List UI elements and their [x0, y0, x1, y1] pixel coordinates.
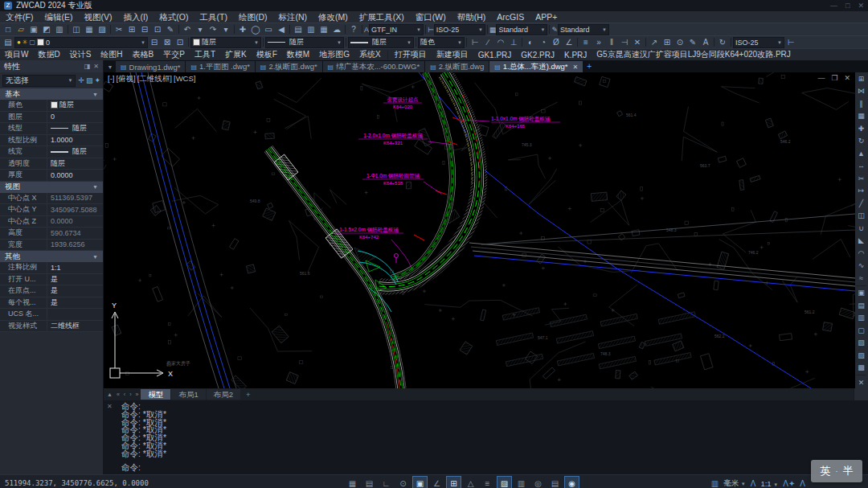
- layout-tab-2[interactable]: 布局2: [207, 389, 240, 400]
- otrack-toggle[interactable]: ∠: [429, 476, 444, 488]
- join-icon[interactable]: ∪: [855, 222, 867, 235]
- scale-icon[interactable]: ▲: [855, 147, 867, 160]
- doc-tab-1[interactable]: ▤1.平面图 .dwg*: [186, 61, 254, 72]
- redo-icon[interactable]: ↷: [207, 24, 219, 35]
- menu-item-6[interactable]: 绘图(D): [233, 11, 273, 23]
- make-object-layer-current-icon[interactable]: ⊟: [148, 37, 161, 47]
- tolerance-icon[interactable]: ⊞: [661, 37, 674, 47]
- open-folder-icon[interactable]: ▱: [14, 24, 27, 35]
- project-menu-7[interactable]: 扩展K: [220, 49, 252, 60]
- menu-item-12[interactable]: ArcGIS: [491, 11, 530, 23]
- project-item-4[interactable]: K.PRJ: [559, 51, 592, 59]
- copy-object-icon[interactable]: ⊞: [855, 72, 867, 85]
- trim-icon[interactable]: ✂: [855, 172, 867, 185]
- panel-pin-icon[interactable]: ◨: [84, 63, 91, 70]
- dim-style-manager-icon[interactable]: ⊢: [784, 37, 797, 47]
- rotate-icon[interactable]: ↻: [855, 135, 867, 148]
- panel-close-icon[interactable]: ✕: [93, 63, 99, 70]
- undo-arrow-icon[interactable]: ▾: [194, 24, 207, 35]
- ordinate-dim-icon[interactable]: ⊥: [507, 37, 520, 47]
- stretch-icon[interactable]: ↔: [855, 160, 867, 173]
- format-painter-icon[interactable]: ✎: [164, 24, 177, 35]
- project-menu-0[interactable]: 项目W: [0, 49, 33, 60]
- property-value[interactable]: 二维线框: [47, 321, 103, 332]
- snap-toggle[interactable]: ▤: [362, 476, 377, 488]
- lineweight-combo[interactable]: 随层▼: [348, 37, 414, 48]
- layer-states-icon[interactable]: ⊡: [174, 37, 186, 47]
- project-menu-4[interactable]: 表格B: [128, 49, 159, 60]
- menu-item-0[interactable]: 文件(F): [0, 11, 39, 23]
- property-value[interactable]: 3450967.5088: [47, 204, 103, 215]
- export-icon[interactable]: ▨: [96, 24, 108, 35]
- ducs-toggle[interactable]: △: [463, 476, 478, 488]
- project-menu-2[interactable]: 设计S: [65, 49, 96, 60]
- property-value[interactable]: 0.0000: [47, 216, 103, 228]
- project-item-0[interactable]: 打开项目: [390, 49, 432, 60]
- diameter-dim-icon[interactable]: Ø: [550, 37, 563, 47]
- pan-icon[interactable]: ✚: [236, 24, 249, 35]
- move-icon[interactable]: ✚: [855, 122, 867, 135]
- layer-off-icon[interactable]: ▢: [855, 324, 867, 337]
- dim-style-combo-2[interactable]: ISO-25▼: [733, 37, 784, 48]
- auto-annotation-icon[interactable]: Λ: [800, 479, 805, 488]
- transparency-toggle[interactable]: ▨: [497, 476, 512, 488]
- menu-item-5[interactable]: 工具(T): [194, 11, 233, 23]
- fillet-icon[interactable]: ◠: [855, 247, 867, 260]
- property-value[interactable]: 511369.5397: [47, 193, 103, 204]
- break-at-point-icon[interactable]: ╱: [855, 197, 867, 210]
- save-icon[interactable]: ▣: [27, 24, 40, 35]
- menu-item-13[interactable]: APP+: [530, 11, 563, 23]
- menu-item-1[interactable]: 编辑(E): [39, 11, 78, 23]
- property-value[interactable]: 随层: [47, 146, 103, 158]
- project-menu-10[interactable]: 地形图G: [314, 49, 354, 60]
- toggle-pickadd-icon[interactable]: ✛: [78, 76, 84, 84]
- project-menu-8[interactable]: 模板F: [252, 49, 282, 60]
- layout-tab-1[interactable]: 布局1: [171, 389, 205, 400]
- ortho-toggle[interactable]: ∟: [379, 476, 394, 488]
- design-center-icon[interactable]: ▥: [305, 24, 317, 35]
- paste-icon[interactable]: ⊟: [138, 24, 151, 35]
- property-value[interactable]: 1939.6256: [47, 240, 103, 251]
- layer-match-icon[interactable]: ▣: [855, 287, 867, 300]
- viewport-ucs-control[interactable]: [WCS]: [174, 74, 195, 84]
- window-close-button[interactable]: ✕: [858, 2, 864, 10]
- fold-command-icon[interactable]: ▲: [105, 392, 114, 397]
- selection-filter-combo[interactable]: 无选择▼: [2, 75, 76, 87]
- table-style-combo[interactable]: Standard▼: [496, 24, 547, 35]
- quick-properties-toggle[interactable]: ▥: [514, 476, 529, 488]
- menu-item-11[interactable]: 帮助(H): [452, 11, 492, 23]
- array-icon[interactable]: ▦: [855, 110, 867, 123]
- property-value[interactable]: 1.0000: [47, 135, 103, 146]
- spline-edit-icon[interactable]: ∿: [855, 260, 867, 273]
- project-menu-5[interactable]: 平交P: [158, 49, 190, 60]
- menu-item-10[interactable]: 窗口(W): [410, 11, 452, 23]
- viewport-view-control[interactable]: [俯视]: [116, 74, 135, 84]
- zoom-realtime-icon[interactable]: ◯: [249, 24, 262, 35]
- menu-item-3[interactable]: 插入(I): [117, 11, 154, 23]
- linear-dim-icon[interactable]: ⊢: [469, 37, 481, 47]
- layer-walk-icon[interactable]: ▩: [855, 362, 867, 375]
- baseline-dim-icon[interactable]: ≡: [579, 37, 592, 47]
- cloud-icon[interactable]: ☁: [330, 24, 343, 35]
- quick-dim-icon[interactable]: ✕: [631, 37, 644, 47]
- project-menu-6[interactable]: 工具T: [190, 49, 220, 60]
- property-value[interactable]: 随层: [47, 100, 103, 111]
- dim-edit-icon[interactable]: ✎: [686, 37, 699, 47]
- selection-cycling-toggle[interactable]: ◎: [530, 476, 546, 488]
- project-item-5[interactable]: G5京昆高速汉广扩容项目LJ9合同段K64+020改路.PRJ: [592, 49, 795, 60]
- doc-tab-4[interactable]: ▤2.纵断面.dwg: [425, 61, 489, 72]
- jogged-dim-icon[interactable]: ◔: [537, 37, 550, 47]
- extend-icon[interactable]: ↦: [855, 185, 867, 198]
- last-layout-icon[interactable]: »: [134, 392, 141, 397]
- copy-to-layer-icon[interactable]: ▤: [855, 299, 867, 312]
- dim-text-edit-icon[interactable]: A: [699, 37, 712, 47]
- properties-palette-icon[interactable]: ▤: [292, 24, 305, 35]
- new-layout-button[interactable]: +: [241, 390, 256, 399]
- undo-icon[interactable]: ↶: [181, 24, 194, 35]
- command-window[interactable]: ✕ 命令:命令: *取消*命令: *取消*命令: *取消*命令: *取消*命令:…: [104, 400, 868, 474]
- dynamic-input-toggle[interactable]: ⊞: [446, 476, 461, 488]
- color-combo[interactable]: 随层▼: [190, 37, 261, 48]
- polar-toggle[interactable]: ⊙: [395, 476, 411, 488]
- center-mark-icon[interactable]: ⊙: [674, 37, 686, 47]
- lineweight-toggle[interactable]: ≡: [480, 476, 495, 488]
